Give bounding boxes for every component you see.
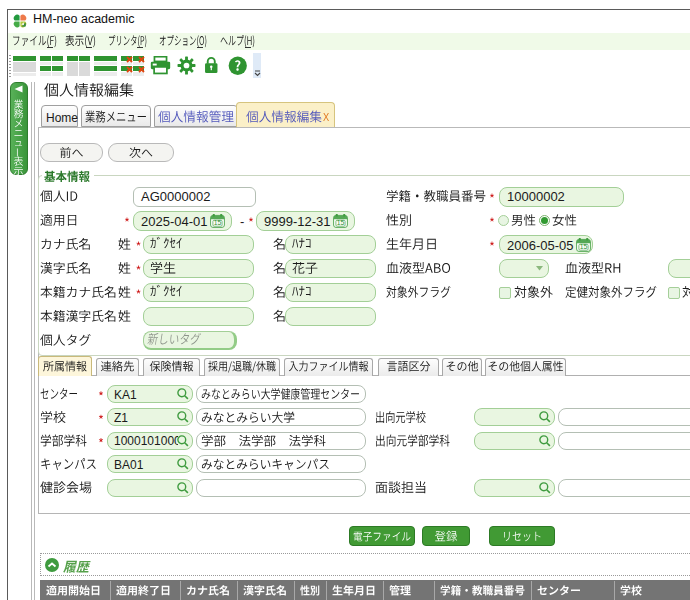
svg-text:15: 15 [579, 243, 587, 250]
svg-text:15: 15 [214, 219, 222, 226]
svg-text:15: 15 [337, 219, 345, 226]
